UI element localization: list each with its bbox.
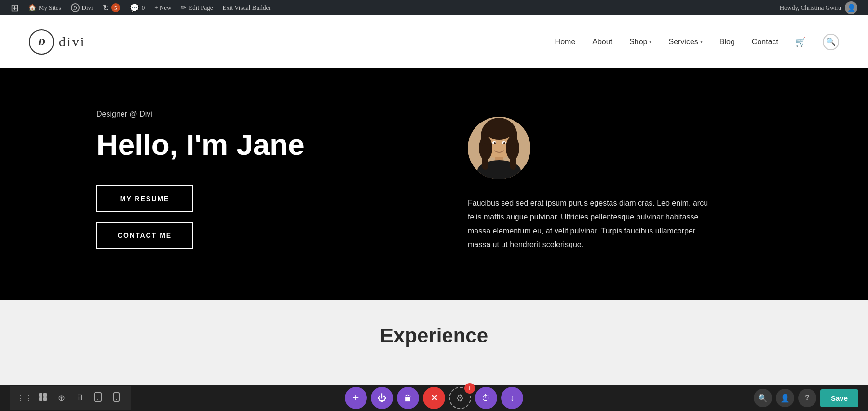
gear-icon: ⚙	[456, 392, 464, 404]
dots-menu-btn[interactable]: ⋮⋮	[16, 390, 33, 406]
updates-badge: 5	[111, 3, 120, 12]
nav-shop-label: Shop	[629, 38, 647, 46]
my-sites-btn[interactable]: 🏠 My Sites	[24, 0, 66, 15]
admin-bar: ⊞ 🏠 My Sites D Divi ↻ 5 💬 0 + New ✏ Edit…	[0, 0, 868, 15]
logo-circle: D	[29, 29, 54, 55]
svg-rect-14	[39, 393, 42, 397]
updates-btn[interactable]: ↻ 5	[98, 0, 125, 15]
nav-home[interactable]: Home	[555, 38, 576, 46]
svg-rect-16	[39, 397, 42, 401]
edit-page-btn[interactable]: ✏ Edit Page	[176, 0, 217, 15]
delete-btn[interactable]: 🗑	[397, 387, 419, 409]
svg-point-10	[494, 142, 496, 144]
exit-vb-label: Exit Visual Builder	[223, 4, 271, 12]
builder-right-tools: 🔍 👤 ? Save	[754, 389, 858, 407]
wordpress-icon-btn[interactable]: ⊞	[6, 0, 24, 15]
nav-blog[interactable]: Blog	[719, 38, 735, 46]
hero-right: Faucibus sed sed erat ipsum purus egesta…	[439, 117, 772, 252]
resume-button[interactable]: MY RESUME	[96, 185, 193, 212]
contact-me-button[interactable]: CONTACT ME	[96, 222, 193, 249]
search-icon[interactable]: 🔍	[823, 34, 839, 50]
trash-icon: 🗑	[404, 393, 412, 403]
comments-btn[interactable]: 💬 0	[125, 0, 150, 15]
cart-icon[interactable]: 🛒	[795, 37, 806, 47]
nav-services[interactable]: Services ▾	[668, 38, 702, 46]
logo-text: divi	[59, 34, 86, 50]
hero-subtitle: Designer @ Divi	[96, 110, 400, 119]
search-symbol: 🔍	[826, 37, 836, 46]
logo-letter: D	[38, 36, 45, 48]
svg-rect-15	[43, 393, 47, 397]
close-icon: ✕	[431, 393, 438, 403]
add-module-btn[interactable]: +	[345, 387, 367, 409]
desktop-view-btn[interactable]: 🖥	[71, 390, 88, 406]
new-btn[interactable]: + New	[149, 0, 176, 15]
svg-rect-13	[510, 143, 516, 170]
house-icon: 🏠	[28, 4, 36, 12]
svg-point-21	[116, 399, 117, 400]
edit-page-label: Edit Page	[189, 4, 213, 12]
divi-icon: D	[71, 3, 80, 12]
services-dropdown-arrow: ▾	[700, 39, 703, 44]
save-button[interactable]: Save	[820, 389, 858, 407]
svg-rect-17	[43, 397, 47, 401]
help-btn[interactable]: ?	[798, 389, 816, 407]
builder-search-btn[interactable]: 🔍	[754, 389, 772, 407]
comments-icon: 💬	[130, 3, 139, 13]
avatar-svg	[468, 117, 530, 179]
settings-badge: 1	[464, 383, 475, 394]
nav-services-label: Services	[668, 38, 698, 46]
user-greeting: Howdy, Christina Gwira	[780, 4, 841, 12]
svg-point-5	[485, 121, 514, 140]
grid-icon	[39, 393, 47, 403]
site-header: D divi Home About Shop ▾ Services ▾ Blog…	[0, 15, 868, 68]
power-btn[interactable]: ⏻	[371, 387, 393, 409]
divi-label: Divi	[82, 4, 93, 12]
settings-btn-wrapper: ⚙ 1	[449, 387, 471, 409]
section-divider-line	[434, 300, 434, 329]
search-page-btn[interactable]: ⊕	[53, 390, 69, 406]
nav-shop[interactable]: Shop ▾	[629, 38, 651, 46]
site-nav: Home About Shop ▾ Services ▾ Blog Contac…	[555, 34, 839, 50]
wordpress-icon: ⊞	[11, 2, 19, 14]
hero-section: Designer @ Divi Hello, I'm Jane MY RESUM…	[0, 68, 868, 300]
account-btn[interactable]: 👤	[776, 389, 794, 407]
hero-title: Hello, I'm Jane	[96, 128, 400, 161]
desktop-icon: 🖥	[76, 393, 84, 403]
my-sites-label: My Sites	[39, 4, 61, 12]
divi-btn[interactable]: D Divi	[66, 0, 98, 15]
comments-count: 0	[142, 4, 145, 12]
builder-left-tools: ⋮⋮ ⊕ 🖥	[10, 386, 131, 410]
shop-dropdown-arrow: ▾	[649, 39, 651, 44]
plus-icon: +	[353, 392, 359, 404]
history-icon: ⏱	[482, 393, 490, 403]
history-btn[interactable]: ⏱	[475, 387, 497, 409]
updates-icon: ↻	[103, 3, 109, 13]
power-icon: ⏻	[378, 393, 386, 403]
layout-icon: ↕	[510, 393, 515, 403]
tablet-view-btn[interactable]	[90, 390, 106, 406]
exit-vb-btn[interactable]: Exit Visual Builder	[218, 0, 276, 15]
svg-point-19	[97, 399, 98, 400]
avatar-icon: 👤	[847, 4, 855, 12]
nav-contact[interactable]: Contact	[752, 38, 778, 46]
search-page-icon: ⊕	[58, 393, 65, 403]
nav-about[interactable]: About	[592, 38, 612, 46]
svg-rect-12	[482, 143, 488, 170]
close-btn[interactable]: ✕	[423, 387, 445, 409]
builder-center-tools: + ⏻ 🗑 ✕ ⚙ 1 ⏱ ↕	[345, 387, 523, 409]
avatar-image	[468, 117, 530, 179]
avatar[interactable]: 👤	[845, 1, 857, 14]
help-icon: ?	[805, 394, 810, 402]
admin-bar-right: Howdy, Christina Gwira 👤	[780, 1, 862, 14]
tablet-icon	[94, 392, 102, 404]
new-label: + New	[154, 4, 171, 12]
hero-description: Faucibus sed sed erat ipsum purus egesta…	[468, 196, 719, 252]
logo-area[interactable]: D divi	[29, 29, 86, 55]
layout-btn[interactable]: ↕	[501, 387, 523, 409]
grid-toggle-btn[interactable]	[35, 390, 51, 406]
mobile-view-btn[interactable]	[108, 390, 124, 406]
builder-bar: ⋮⋮ ⊕ 🖥	[0, 385, 868, 411]
mobile-icon	[113, 392, 120, 404]
dots-menu-icon: ⋮⋮	[17, 394, 32, 403]
